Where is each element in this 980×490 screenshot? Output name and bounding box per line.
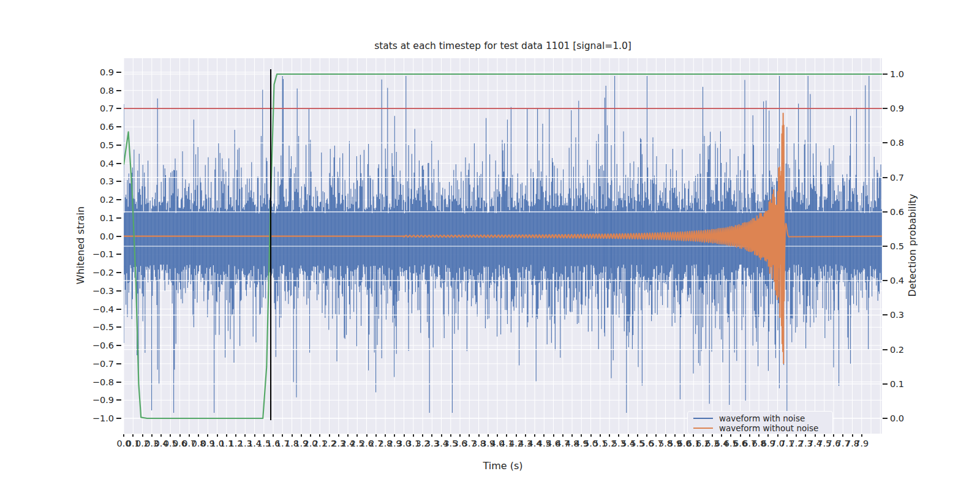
left-tick-label: −0.4: [80, 304, 114, 315]
x-tick-mark: [292, 434, 293, 437]
figure: stats at each timestep for test data 110…: [0, 0, 980, 490]
left-tick-mark: [116, 345, 121, 346]
x-tick-mark: [469, 434, 470, 437]
x-tick-mark: [758, 434, 760, 437]
x-tick-mark: [488, 434, 489, 437]
x-tick-mark: [459, 434, 461, 437]
left-tick-mark: [116, 236, 121, 237]
x-tick-mark: [516, 434, 517, 437]
x-tick-mark: [189, 434, 190, 437]
x-tick-mark: [179, 434, 181, 437]
x-tick-mark: [170, 434, 171, 437]
left-tick-label: 0.9: [80, 67, 114, 78]
x-tick-mark: [796, 434, 797, 437]
left-tick-mark: [116, 254, 121, 255]
x-tick-mark: [824, 434, 825, 437]
x-tick-mark: [712, 434, 713, 437]
x-tick-mark: [861, 434, 862, 437]
left-tick-mark: [116, 90, 121, 91]
left-tick-mark: [116, 126, 121, 127]
x-tick-mark: [450, 434, 451, 437]
right-tick-mark: [883, 108, 888, 109]
x-tick-mark: [431, 434, 432, 437]
x-tick-mark: [786, 434, 788, 437]
right-tick-label: 0.3: [890, 309, 924, 320]
left-tick-mark: [116, 326, 121, 328]
right-tick-mark: [883, 211, 888, 213]
x-tick-mark: [749, 434, 750, 437]
left-tick-label: −0.8: [80, 377, 114, 388]
x-tick-mark: [235, 434, 236, 437]
x-axis-label: Time (s): [435, 460, 570, 472]
x-tick-mark: [123, 434, 124, 437]
left-tick-mark: [116, 163, 121, 164]
x-tick-mark: [534, 434, 535, 437]
right-tick-label: 0.5: [890, 241, 924, 252]
x-tick-mark: [693, 434, 694, 437]
left-tick-mark: [116, 382, 121, 383]
right-tick-label: 0.6: [890, 206, 924, 217]
x-tick-mark: [263, 434, 265, 437]
x-tick-mark: [562, 434, 564, 437]
right-tick-label: 1.0: [890, 69, 924, 80]
right-tick-label: 0.4: [890, 275, 924, 286]
right-tick-mark: [883, 314, 888, 315]
left-tick-label: 0.8: [80, 85, 114, 96]
legend-row-noise: waveform with noise: [688, 413, 832, 423]
right-tick-label: 0.8: [890, 137, 924, 148]
x-tick-mark: [674, 434, 676, 437]
left-tick-mark: [116, 290, 121, 292]
x-tick-mark: [244, 434, 246, 437]
left-tick-label: 0.7: [80, 103, 114, 114]
x-tick-mark: [497, 434, 498, 437]
x-tick-mark: [581, 434, 582, 437]
left-tick-label: −1.0: [80, 413, 114, 424]
left-tick-mark: [116, 72, 121, 73]
left-tick-mark: [116, 272, 121, 273]
x-tick-mark: [478, 434, 480, 437]
x-tick-mark: [198, 434, 199, 437]
x-tick-mark: [767, 434, 769, 437]
legend-label: waveform with noise: [719, 413, 805, 423]
left-tick-mark: [116, 399, 121, 401]
x-tick-mark: [665, 434, 666, 437]
right-tick-mark: [883, 280, 888, 281]
x-tick-mark: [338, 434, 339, 437]
x-tick-mark: [151, 434, 153, 437]
x-tick-mark: [254, 434, 255, 437]
chart-title: stats at each timestep for test data 110…: [124, 40, 882, 51]
left-tick-label: −0.1: [80, 249, 114, 260]
x-tick-mark: [618, 434, 619, 437]
x-tick-mark: [441, 434, 442, 437]
left-tick-mark: [116, 309, 121, 310]
x-tick-mark: [590, 434, 592, 437]
x-tick-mark: [777, 434, 778, 437]
left-tick-label: −0.5: [80, 322, 114, 333]
left-tick-mark: [116, 418, 121, 419]
left-tick-label: −0.6: [80, 340, 114, 351]
x-tick-mark: [217, 434, 218, 437]
x-tick-mark: [385, 434, 386, 437]
x-tick-mark: [301, 434, 302, 437]
x-tick-mark: [655, 434, 657, 437]
left-tick-label: 0.2: [80, 194, 114, 205]
x-tick-mark: [356, 434, 358, 437]
x-tick-mark: [833, 434, 834, 437]
right-tick-mark: [883, 383, 888, 385]
x-tick-mark: [730, 434, 731, 437]
x-tick-mark: [347, 434, 349, 437]
x-tick-mark: [600, 434, 601, 437]
x-tick-mark: [740, 434, 741, 437]
left-tick-label: 0.5: [80, 140, 114, 151]
left-tick-mark: [116, 145, 121, 146]
x-tick-mark: [422, 434, 423, 437]
left-tick-label: −0.2: [80, 267, 114, 278]
legend-row-clean: waveform without noise: [688, 423, 832, 433]
right-tick-mark: [883, 177, 888, 178]
left-tick-mark: [116, 108, 121, 109]
right-tick-mark: [883, 418, 888, 419]
x-tick-mark: [543, 434, 545, 437]
left-tick-label: 0.6: [80, 121, 114, 132]
x-tick-mark: [329, 434, 330, 437]
x-tick-mark: [805, 434, 806, 437]
